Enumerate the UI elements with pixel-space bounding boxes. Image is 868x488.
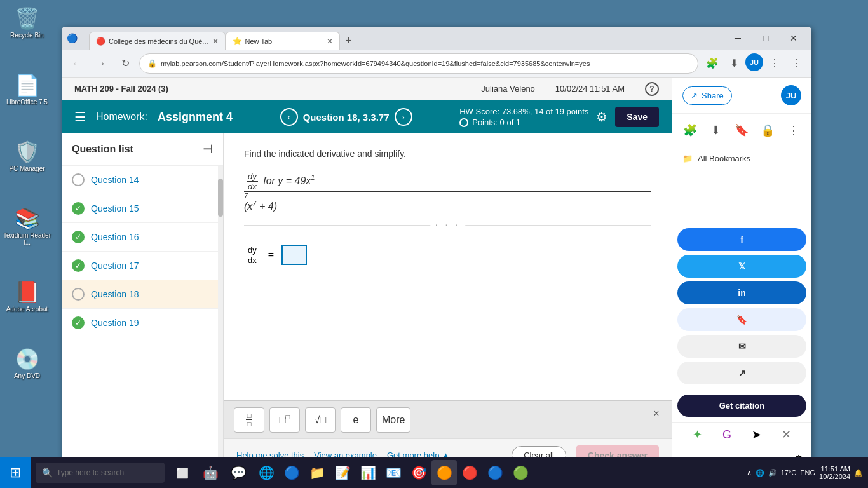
- panel-more-icon[interactable]: ⋮: [782, 119, 805, 142]
- volume-icon[interactable]: 🔊: [768, 469, 777, 477]
- taskbar-excel[interactable]: 📊: [355, 460, 381, 485]
- get-citation-button[interactable]: Get citation: [677, 395, 806, 417]
- tab-newtab[interactable]: ⭐ New Tab ✕: [226, 32, 340, 50]
- panel-close-icon[interactable]: ✕: [782, 428, 791, 442]
- adobe-acrobat-icon[interactable]: 📕 Adobe Acrobat: [0, 276, 54, 316]
- help-icon-button[interactable]: ?: [645, 82, 659, 96]
- q19-status: [72, 316, 85, 329]
- panel-bookmark-icon[interactable]: 🔖: [730, 119, 753, 142]
- answer-input-box[interactable]: [281, 245, 307, 265]
- download-button[interactable]: ⬇: [724, 53, 744, 74]
- grammarly-g-icon: G: [722, 428, 731, 442]
- panel-extensions-icon[interactable]: 🧩: [679, 119, 702, 142]
- twitter-share-button[interactable]: 𝕏: [677, 255, 806, 278]
- mail-share-button[interactable]: ✉: [677, 335, 806, 358]
- send-icon[interactable]: ➤: [752, 428, 761, 442]
- widgets-button[interactable]: 🤖: [198, 460, 223, 485]
- taskbar-outlook[interactable]: 📧: [381, 460, 406, 485]
- browser-content: MATH 209 - Fall 2024 (3) Juliana Veleno …: [62, 78, 811, 471]
- question-list-items: Question 14 Question 15: [62, 166, 218, 471]
- recycle-bin-icon[interactable]: 🗑️ Recycle Bin: [0, 3, 54, 43]
- prev-question-button[interactable]: ‹: [280, 108, 298, 126]
- question-item-q16[interactable]: Question 16: [62, 223, 218, 252]
- question-list-scrollable: Question 14 Question 15: [62, 166, 223, 471]
- task-view-button[interactable]: ⬜: [170, 460, 195, 485]
- forward-button[interactable]: →: [91, 53, 111, 74]
- close-toolbar-button[interactable]: ×: [649, 406, 664, 421]
- e-tool-button[interactable]: e: [341, 407, 371, 433]
- panel-download-icon[interactable]: ⬇: [705, 119, 728, 142]
- new-tab-button[interactable]: +: [340, 32, 358, 50]
- menu-button[interactable]: ⋮: [764, 53, 785, 74]
- search-input[interactable]: [57, 468, 158, 477]
- panel-user-avatar[interactable]: JU: [781, 85, 801, 105]
- close-button[interactable]: ✕: [781, 29, 806, 47]
- more-share-button[interactable]: ↗: [677, 362, 806, 384]
- clock[interactable]: 11:51 AM 10/2/2024: [819, 465, 850, 480]
- pc-manager-icon[interactable]: 🛡️ PC Manager: [0, 136, 54, 176]
- taskbar-word[interactable]: 📝: [330, 460, 355, 485]
- question-item-q14[interactable]: Question 14: [62, 166, 218, 194]
- chat-button[interactable]: 💬: [226, 460, 251, 485]
- save-panel-button[interactable]: 🔖: [677, 308, 806, 331]
- q17-status: [72, 259, 85, 272]
- instructor-name: Juliana Veleno: [481, 84, 535, 93]
- any-dvd-icon[interactable]: 💿 Any DVD: [0, 343, 54, 383]
- next-question-button[interactable]: ›: [395, 108, 412, 126]
- taskbar-app-active[interactable]: 🟠: [431, 460, 457, 485]
- taskbar-app-blue[interactable]: 🔵: [482, 460, 508, 485]
- refresh-button[interactable]: ↻: [115, 53, 135, 74]
- start-button[interactable]: ⊞: [0, 458, 31, 488]
- network-icon[interactable]: 🌐: [756, 469, 764, 477]
- back-button[interactable]: ←: [67, 53, 87, 74]
- scrollbar-thumb[interactable]: [218, 179, 223, 217]
- hamburger-menu[interactable]: ☰: [74, 109, 86, 125]
- taskbar-chrome[interactable]: 🌐: [254, 460, 279, 485]
- texidium-icon[interactable]: 📚 Texidium Reader f...: [0, 203, 54, 250]
- panel-lock-icon[interactable]: 🔒: [756, 119, 779, 142]
- taskbar-search[interactable]: 🔍: [36, 463, 165, 483]
- taskbar-powerpoint[interactable]: 🎯: [406, 460, 431, 485]
- hw-score-section: HW Score: 73.68%, 14 of 19 points Points…: [459, 107, 588, 127]
- question-item-q19[interactable]: Question 19: [62, 309, 218, 337]
- question-item-q18[interactable]: Question 18: [62, 280, 218, 309]
- taskbar-app-green[interactable]: 🟢: [508, 460, 533, 485]
- user-avatar[interactable]: JU: [745, 53, 763, 71]
- minimize-button[interactable]: ─: [725, 29, 750, 47]
- side-panel-button[interactable]: ⋮: [786, 53, 806, 74]
- share-button[interactable]: ↗ Share: [682, 86, 732, 105]
- question-item-q15[interactable]: Question 15: [62, 194, 218, 223]
- extensions-button[interactable]: 🧩: [702, 53, 722, 74]
- save-button[interactable]: Save: [615, 107, 659, 127]
- tab-newtab-close[interactable]: ✕: [327, 37, 333, 46]
- more-tools-button[interactable]: More: [376, 407, 410, 433]
- question-content: Find the indicated derivative and simpli…: [224, 133, 672, 400]
- question-list-scrollbar[interactable]: [218, 166, 223, 471]
- taskbar-edge[interactable]: 🔵: [279, 460, 304, 485]
- clock-time: 11:51 AM: [821, 465, 850, 473]
- settings-button[interactable]: ⚙: [596, 109, 607, 125]
- browser-window: 🔵 🔴 Collège des médecins du Qué... ✕ ⭐ N…: [62, 27, 811, 471]
- collapse-list-button[interactable]: ⊣: [203, 142, 213, 156]
- desktop: 🗑️ Recycle Bin 📄 LibreOffice 7.5 🛡️ PC M…: [0, 0, 868, 488]
- notification-icon[interactable]: 🔔: [854, 469, 863, 477]
- all-bookmarks-button[interactable]: 📁 All Bookmarks: [672, 147, 811, 170]
- sqrt-tool-button[interactable]: √□: [305, 407, 336, 433]
- tray-arrow[interactable]: ∧: [747, 469, 752, 477]
- tab-college[interactable]: 🔴 Collège des médecins du Qué... ✕: [89, 32, 226, 50]
- taskbar-files[interactable]: 📁: [304, 460, 330, 485]
- question-item-q17[interactable]: Question 17: [62, 252, 218, 280]
- question-list-header: Question list ⊣: [62, 133, 223, 166]
- tab-college-close[interactable]: ✕: [212, 37, 219, 46]
- taskbar-right: ∧ 🌐 🔊 17°C ENG 11:51 AM 10/2/2024 🔔: [747, 465, 868, 480]
- facebook-share-button[interactable]: f: [677, 228, 806, 251]
- page-content: MATH 209 - Fall 2024 (3) Juliana Veleno …: [62, 78, 672, 471]
- linkedin-share-button[interactable]: in: [677, 281, 806, 304]
- libreoffice-icon[interactable]: 📄 LibreOffice 7.5: [0, 69, 54, 109]
- maximize-button[interactable]: □: [753, 29, 778, 47]
- superscript-tool-button[interactable]: □□: [269, 407, 300, 433]
- fraction-tool-button[interactable]: □ □: [234, 407, 264, 433]
- address-bar[interactable]: 🔒 mylab.pearson.com/Student/PlayerHomewo…: [139, 53, 698, 74]
- social-share-buttons: f 𝕏 in 🔖 ✉ ↗: [672, 223, 811, 390]
- taskbar-app-red[interactable]: 🔴: [457, 460, 482, 485]
